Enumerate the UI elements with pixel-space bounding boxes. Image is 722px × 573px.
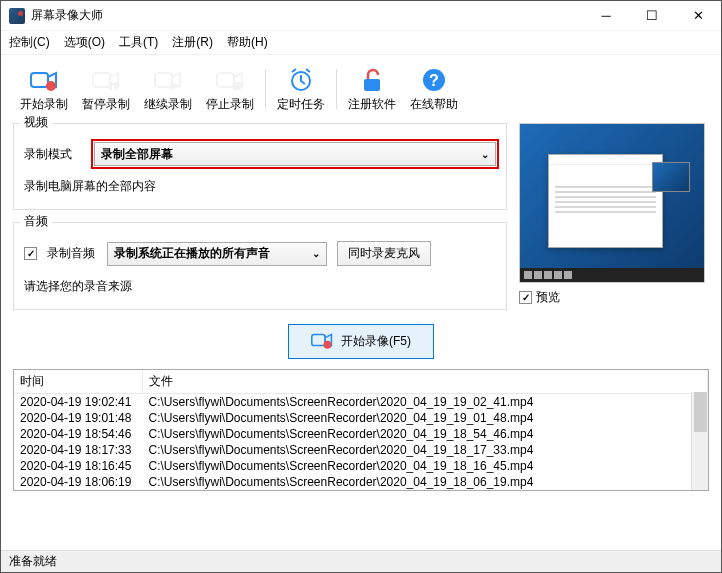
cell-file: C:\Users\flywi\Documents\ScreenRecorder\… <box>142 458 708 474</box>
start-recording-label: 开始录像(F5) <box>341 333 411 350</box>
stop-record-button[interactable]: 停止录制 <box>199 61 261 117</box>
svg-point-13 <box>324 341 332 349</box>
cell-file: C:\Users\flywi\Documents\ScreenRecorder\… <box>142 490 708 491</box>
start-recording-button[interactable]: 开始录像(F5) <box>288 324 434 359</box>
minimize-button[interactable]: ─ <box>583 1 629 31</box>
cell-time: 2020-04-19 19:01:48 <box>14 410 142 426</box>
menu-tools[interactable]: 工具(T) <box>119 34 158 51</box>
resume-record-button[interactable]: 继续录制 <box>137 61 199 117</box>
record-mode-value: 录制全部屏幕 <box>101 146 173 163</box>
col-file[interactable]: 文件 <box>142 370 708 394</box>
svg-rect-9 <box>364 79 380 91</box>
cell-file: C:\Users\flywi\Documents\ScreenRecorder\… <box>142 442 708 458</box>
svg-rect-6 <box>217 73 234 87</box>
svg-rect-5 <box>155 73 172 87</box>
register-software-label: 注册软件 <box>348 96 396 113</box>
svg-text:?: ? <box>429 72 439 89</box>
camera-pause-icon <box>92 66 120 94</box>
table-row[interactable]: 2020-04-19 18:04:24C:\Users\flywi\Docume… <box>14 490 708 491</box>
recordings-table: 时间 文件 2020-04-19 19:02:41C:\Users\flywi\… <box>13 369 709 491</box>
toolbar-separator <box>265 69 266 109</box>
menu-control[interactable]: 控制(C) <box>9 34 50 51</box>
cell-time: 2020-04-19 18:04:24 <box>14 490 142 491</box>
preview-checkbox[interactable] <box>519 291 532 304</box>
help-icon: ? <box>420 66 448 94</box>
stop-record-label: 停止录制 <box>206 96 254 113</box>
table-row[interactable]: 2020-04-19 18:17:33C:\Users\flywi\Docume… <box>14 442 708 458</box>
timer-task-label: 定时任务 <box>277 96 325 113</box>
pause-record-label: 暂停录制 <box>82 96 130 113</box>
menubar: 控制(C) 选项(O) 工具(T) 注册(R) 帮助(H) <box>1 31 721 55</box>
cell-time: 2020-04-19 18:17:33 <box>14 442 142 458</box>
resume-record-label: 继续录制 <box>144 96 192 113</box>
record-audio-checkbox[interactable] <box>24 247 37 260</box>
window-title: 屏幕录像大师 <box>31 7 583 24</box>
alarm-clock-icon <box>287 66 315 94</box>
table-row[interactable]: 2020-04-19 18:54:46C:\Users\flywi\Docume… <box>14 426 708 442</box>
titlebar: 屏幕录像大师 ─ ☐ ✕ <box>1 1 721 31</box>
unlock-icon <box>358 66 386 94</box>
statusbar: 准备就绪 <box>1 550 721 572</box>
close-button[interactable]: ✕ <box>675 1 721 31</box>
table-scrollbar[interactable] <box>691 392 708 490</box>
toolbar: 开始录制 暂停录制 继续录制 停止录制 定时任务 注册软件 ? 在 <box>1 55 721 119</box>
cell-file: C:\Users\flywi\Documents\ScreenRecorder\… <box>142 410 708 426</box>
audio-group: 音频 录制音频 录制系统正在播放的所有声音 ⌄ 同时录麦克风 请选择您的录音来源 <box>13 222 507 310</box>
svg-rect-12 <box>312 335 325 346</box>
register-software-button[interactable]: 注册软件 <box>341 61 403 117</box>
record-mode-label: 录制模式 <box>24 146 84 163</box>
app-icon <box>9 8 25 24</box>
camera-play-icon <box>154 66 182 94</box>
preview-label: 预览 <box>536 289 560 306</box>
cell-file: C:\Users\flywi\Documents\ScreenRecorder\… <box>142 394 708 411</box>
table-row[interactable]: 2020-04-19 19:02:41C:\Users\flywi\Docume… <box>14 394 708 411</box>
online-help-button[interactable]: ? 在线帮助 <box>403 61 465 117</box>
cell-time: 2020-04-19 19:02:41 <box>14 394 142 411</box>
audio-source-dropdown[interactable]: 录制系统正在播放的所有声音 ⌄ <box>107 242 327 266</box>
menu-options[interactable]: 选项(O) <box>64 34 105 51</box>
cell-time: 2020-04-19 18:06:19 <box>14 474 142 490</box>
audio-desc: 请选择您的录音来源 <box>24 278 496 295</box>
video-group: 视频 录制模式 录制全部屏幕 ⌄ 录制电脑屏幕的全部内容 <box>13 123 507 210</box>
video-desc: 录制电脑屏幕的全部内容 <box>24 178 496 195</box>
timer-task-button[interactable]: 定时任务 <box>270 61 332 117</box>
svg-rect-0 <box>31 73 48 87</box>
online-help-label: 在线帮助 <box>410 96 458 113</box>
chevron-down-icon: ⌄ <box>481 149 489 160</box>
video-group-title: 视频 <box>20 114 52 131</box>
toolbar-separator <box>336 69 337 109</box>
svg-rect-4 <box>114 82 117 90</box>
also-record-mic-button[interactable]: 同时录麦克风 <box>337 241 431 266</box>
start-record-button[interactable]: 开始录制 <box>13 61 75 117</box>
preview-pane <box>519 123 705 283</box>
chevron-down-icon: ⌄ <box>312 248 320 259</box>
camera-record-icon <box>311 331 333 352</box>
cell-time: 2020-04-19 18:16:45 <box>14 458 142 474</box>
svg-point-1 <box>46 81 56 91</box>
svg-rect-3 <box>109 82 112 90</box>
record-audio-label: 录制音频 <box>47 245 97 262</box>
table-row[interactable]: 2020-04-19 18:16:45C:\Users\flywi\Docume… <box>14 458 708 474</box>
cell-file: C:\Users\flywi\Documents\ScreenRecorder\… <box>142 426 708 442</box>
status-text: 准备就绪 <box>9 553 57 570</box>
camera-record-icon <box>30 66 58 94</box>
svg-rect-2 <box>93 73 110 87</box>
pause-record-button[interactable]: 暂停录制 <box>75 61 137 117</box>
camera-stop-icon <box>216 66 244 94</box>
table-row[interactable]: 2020-04-19 18:06:19C:\Users\flywi\Docume… <box>14 474 708 490</box>
cell-time: 2020-04-19 18:54:46 <box>14 426 142 442</box>
audio-source-value: 录制系统正在播放的所有声音 <box>114 245 270 262</box>
cell-file: C:\Users\flywi\Documents\ScreenRecorder\… <box>142 474 708 490</box>
menu-help[interactable]: 帮助(H) <box>227 34 268 51</box>
menu-register[interactable]: 注册(R) <box>172 34 213 51</box>
maximize-button[interactable]: ☐ <box>629 1 675 31</box>
svg-rect-7 <box>233 82 241 90</box>
audio-group-title: 音频 <box>20 213 52 230</box>
record-mode-dropdown[interactable]: 录制全部屏幕 ⌄ <box>94 142 496 166</box>
table-row[interactable]: 2020-04-19 19:01:48C:\Users\flywi\Docume… <box>14 410 708 426</box>
start-record-label: 开始录制 <box>20 96 68 113</box>
col-time[interactable]: 时间 <box>14 370 142 394</box>
